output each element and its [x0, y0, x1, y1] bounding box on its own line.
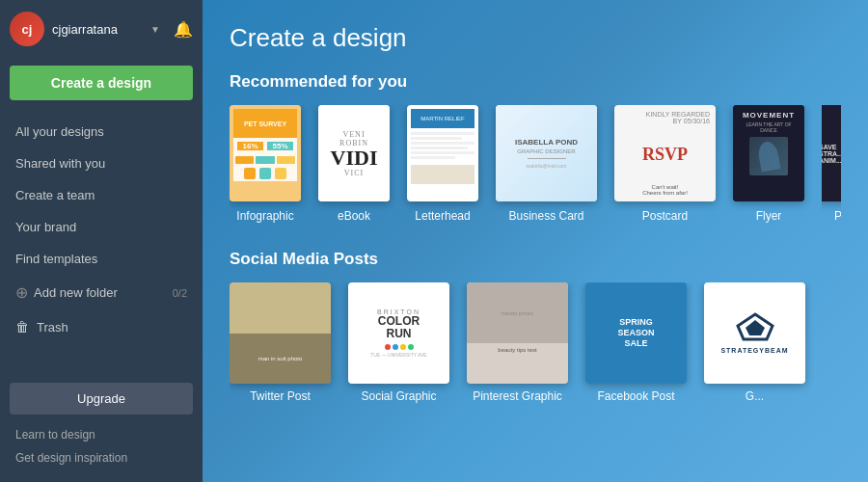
sidebar-header: cj cjgiarratana ▼ 🔔 [0, 0, 203, 58]
recommended-title: Recommended for you [230, 72, 841, 92]
template-business-card[interactable]: ISABELLA POND GRAPHIC DESIGNER isabella@… [496, 105, 597, 223]
infographic-label: Infographic [236, 209, 293, 223]
facebook-thumb: springseasonsale [585, 282, 687, 384]
template-postcard[interactable]: KINDLY REGARDEDBY 05/30/16 RSVP Can't wa… [614, 105, 716, 223]
business-card-label: Business Card [508, 209, 583, 223]
pinterest-thumb: hands photo beauty tips text [467, 282, 568, 384]
ebook-thumb: VENI ROBIN VIDI VICI [318, 105, 390, 201]
template-pinterest[interactable]: hands photo beauty tips text Pinterest G… [467, 282, 568, 403]
strategy-logo-icon [736, 312, 774, 343]
create-design-button[interactable]: Create a design [10, 66, 193, 100]
folder-count: 0/2 [173, 287, 187, 299]
page-title: Create a design [230, 23, 841, 53]
social-title: Social Media Posts [230, 250, 841, 269]
template-ebook[interactable]: VENI ROBIN VIDI VICI eBook [318, 105, 390, 223]
facebook-label: Facebook Post [597, 389, 674, 403]
main-content: Create a design Recommended for you PET … [203, 0, 868, 482]
postcard-label: Postcard [642, 209, 688, 223]
flyer-thumb: MOVEMENT LEARN THE ART OF DANCE [733, 105, 804, 201]
postcard-thumb: KINDLY REGARDEDBY 05/30/16 RSVP Can't wa… [614, 105, 716, 201]
sidebar-item-all-designs[interactable]: All your designs [0, 116, 203, 147]
sidebar-nav: All your designs Shared with you Create … [0, 108, 203, 375]
bell-icon[interactable]: 🔔 [174, 20, 193, 39]
template-infographic[interactable]: PET SURVEY 16% 55% [230, 105, 301, 223]
ebook-label: eBook [338, 209, 370, 223]
create-team-label: Create a team [15, 188, 95, 202]
sidebar-bottom: Upgrade Learn to design Get design inspi… [0, 375, 203, 482]
sidebar-item-templates[interactable]: Find templates [0, 243, 203, 275]
template-strategy[interactable]: STRATEGYBEAM G... [704, 282, 805, 403]
strategy-label: G... [746, 389, 764, 403]
add-folder-label: Add new folder [34, 285, 118, 300]
sidebar-item-trash[interactable]: 🗑 Trash [0, 310, 203, 343]
sidebar-item-shared[interactable]: Shared with you [0, 147, 203, 179]
username-label: cjgiarratana [52, 22, 143, 37]
flyer2-thumb: SAVE STRA... ANIM... [822, 105, 841, 201]
svg-marker-1 [746, 320, 765, 335]
template-letterhead[interactable]: MARTIN RELIEF Letterhead [407, 105, 478, 223]
add-folder-row[interactable]: ⊕ Add new folder 0/2 [0, 275, 203, 310]
twitter-thumb: man in suit photo [230, 282, 331, 384]
business-card-thumb: ISABELLA POND GRAPHIC DESIGNER isabella@… [496, 105, 597, 201]
add-folder-icon: ⊕ [15, 283, 28, 302]
letterhead-thumb: MARTIN RELIEF [407, 105, 478, 201]
get-inspiration-link[interactable]: Get design inspiration [15, 447, 187, 469]
all-designs-label: All your designs [15, 124, 104, 139]
template-social-graphic[interactable]: BRIXTON COLORRUN TUE — UNIVERSITY AVE So… [348, 282, 449, 403]
social-graphic-thumb: BRIXTON COLORRUN TUE — UNIVERSITY AVE [348, 282, 449, 384]
template-facebook[interactable]: springseasonsale Facebook Post [585, 282, 687, 403]
trash-label: Trash [37, 320, 68, 335]
sidebar-item-create-team[interactable]: Create a team [0, 179, 203, 211]
templates-label: Find templates [15, 252, 97, 266]
upgrade-button[interactable]: Upgrade [10, 383, 193, 415]
avatar: cj [10, 12, 44, 46]
flyer2-label: Post... [834, 209, 841, 223]
brand-label: Your brand [15, 220, 76, 234]
trash-icon: 🗑 [15, 319, 29, 335]
template-flyer2[interactable]: SAVE STRA... ANIM... Post... [822, 105, 841, 223]
bottom-links: Learn to design Get design inspiration [10, 420, 193, 472]
dropdown-icon[interactable]: ▼ [150, 24, 160, 35]
twitter-label: Twitter Post [250, 389, 311, 403]
sidebar: cj cjgiarratana ▼ 🔔 Create a design All … [0, 0, 203, 482]
learn-to-design-link[interactable]: Learn to design [15, 424, 187, 445]
template-flyer[interactable]: MOVEMENT LEARN THE ART OF DANCE Flyer [733, 105, 804, 223]
flyer-label: Flyer [756, 209, 782, 223]
social-section: Social Media Posts man in suit photo Twi… [230, 250, 841, 407]
letterhead-label: Letterhead [415, 209, 470, 223]
recommended-section: Recommended for you PET SURVEY 16% 55% [230, 72, 841, 227]
template-twitter[interactable]: man in suit photo Twitter Post [230, 282, 331, 403]
recommended-scroll: PET SURVEY 16% 55% [230, 105, 841, 227]
strategy-thumb: STRATEGYBEAM [704, 282, 805, 384]
infographic-thumb: PET SURVEY 16% 55% [230, 105, 301, 201]
shared-label: Shared with you [15, 156, 105, 171]
sidebar-item-brand[interactable]: Your brand [0, 211, 203, 243]
social-graphic-label: Social Graphic [361, 389, 436, 403]
pinterest-label: Pinterest Graphic [473, 389, 562, 403]
social-scroll: man in suit photo Twitter Post BRIXTON C… [230, 282, 841, 407]
